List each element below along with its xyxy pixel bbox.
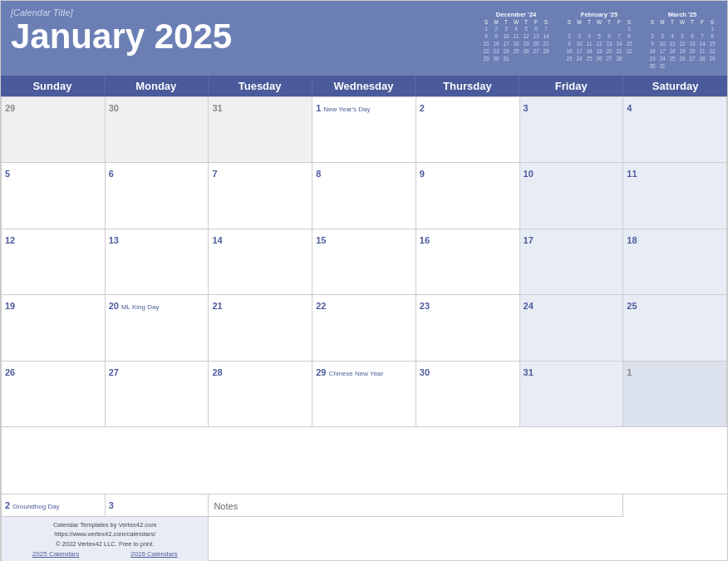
calendar-cell: 22 [312,295,416,362]
attribution-line3: © 2022 Vertex42 LLC. Free to print. [7,539,203,549]
calendar-grid: 2930311New Year's Day2345678910111213141… [1,96,727,494]
calendar-cell: 30 [106,97,209,164]
date-number: 19 [5,301,15,311]
calendar-cell: 6 [106,163,209,229]
calendar-cell: 2 [416,97,520,164]
date-number: 8 [316,169,321,179]
date-number: 10 [524,169,534,179]
link-2026-calendars[interactable]: 2026 Calendars [130,550,177,558]
mini-calendar: February '25SMTWTFS123456789101112131415… [564,11,634,71]
date-number: 29 [316,367,326,377]
calendar-cell: 28 [209,362,312,428]
header-left: [Calendar Title] January 2025 [11,7,232,54]
date-number: 31 [524,367,534,377]
day-header: Wednesday [312,76,416,96]
link-2025-calendars[interactable]: 2025 Calendars [32,550,79,558]
bottom-row: 2Groundhog Day3Notes Calendar Templates … [1,494,727,560]
calendar-cell: 5 [2,163,106,229]
day-header: Saturday [623,76,727,96]
date-number: 3 [109,500,114,510]
day-header: Monday [105,76,209,96]
attribution-cell: Calendar Templates by Vertex42.com https… [2,517,209,561]
date-number: 30 [420,367,430,377]
calendar-cell: 29Chinese New Year [312,362,416,428]
calendar-cell: 26 [2,362,106,428]
date-number: 12 [5,235,15,245]
calendar-cell: 20ML King Day [106,295,209,362]
calendar-cell: 25 [623,295,727,362]
date-number: 23 [420,301,430,311]
date-number: 24 [524,301,534,311]
mini-calendar: March '25SMTWTFS123456789101112131415161… [647,11,717,71]
calendar-cell: 24 [520,295,624,362]
calendar-cell: 30 [416,362,520,428]
calendar-cell: 12 [2,229,106,296]
date-number: 27 [109,367,119,377]
date-number: 28 [212,367,222,377]
date-number: 2 [5,500,10,510]
calendar-cell: 1 [623,362,727,428]
calendar-header: [Calendar Title] January 2025 December '… [1,1,727,76]
calendar-cell: 7 [209,163,312,229]
date-number: 4 [627,103,632,113]
day-header: Thursday [416,76,519,96]
date-number: 7 [212,169,217,179]
date-number: 1 [627,367,632,377]
date-number: 5 [5,169,10,179]
date-number: 16 [420,235,430,245]
calendar-cell: 21 [209,295,312,362]
date-number: 11 [627,169,637,179]
date-number: 13 [109,235,119,245]
calendar-cell: 31 [520,362,624,428]
calendar-cell: 1New Year's Day [312,97,416,164]
calendar-cell: 4 [623,97,727,164]
date-number: 31 [212,103,222,113]
day-headers-row: SundayMondayTuesdayWednesdayThursdayFrid… [1,76,727,96]
date-number: 3 [524,103,529,113]
notes-label: Notes [214,501,238,511]
date-number: 6 [109,169,114,179]
calendar-cell: 13 [106,229,209,296]
mini-calendars: December '24SMTWTFS123456789101112131415… [481,11,717,71]
day-header: Tuesday [209,76,312,96]
notes-cell: Notes [209,495,623,517]
date-number: 14 [212,235,222,245]
calendar-container: [Calendar Title] January 2025 December '… [0,0,728,561]
calendar-cell: 3 [520,97,624,164]
bottom-monday-cell: 3 [106,495,209,517]
date-number: 25 [627,301,637,311]
calendar-cell: 31 [209,97,312,164]
holiday-label: New Year's Day [323,106,370,113]
calendar-cell: 11 [623,163,727,229]
calendar-cell: 15 [312,229,416,296]
date-number: 2 [420,103,425,113]
calendar-cell: 17 [520,229,624,296]
date-number: 30 [109,103,119,113]
date-number: 21 [212,301,222,311]
calendar-cell: 14 [209,229,312,296]
holiday-label: Chinese New Year [328,370,383,377]
calendar-cell: 10 [520,163,624,229]
month-year-heading: January 2025 [11,19,232,54]
date-number: 20 [109,301,119,311]
attribution-line2: https://www.vertex42.com/calendars/ [7,529,203,539]
attribution-line1: Calendar Templates by Vertex42.com [7,520,203,529]
calendar-cell: 19 [2,295,106,362]
date-number: 17 [524,235,534,245]
holiday-label: Groundhog Day [12,503,59,510]
date-number: 26 [5,367,15,377]
date-number: 15 [316,235,326,245]
date-number: 22 [316,301,326,311]
calendar-cell: 18 [623,229,727,296]
calendar-cell: 9 [416,163,520,229]
calendar-cell: 27 [106,362,209,428]
holiday-label: ML King Day [121,303,160,311]
day-header: Friday [519,76,623,96]
date-number: 29 [5,103,15,113]
calendar-cell: 23 [416,295,520,362]
calendar-cell: 29 [2,97,106,164]
date-number: 9 [420,169,425,179]
date-number: 18 [627,235,637,245]
mini-calendar: December '24SMTWTFS123456789101112131415… [481,11,551,71]
calendar-cell: 8 [312,163,416,229]
